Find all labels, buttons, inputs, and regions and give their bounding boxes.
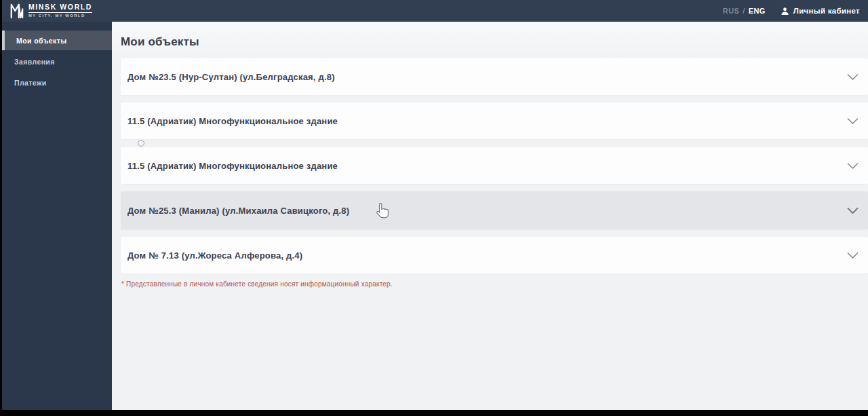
sidebar-item-label: Платежи: [14, 79, 47, 87]
logo-title: MINSK WORLD: [28, 3, 92, 13]
chevron-down-icon[interactable]: [847, 117, 859, 125]
sidebar-item-label: Заявления: [14, 58, 55, 66]
object-accordion-row[interactable]: Дом №23.5 (Нур-Султан) (ул.Белградская, …: [121, 58, 868, 95]
sidebar-nav: Мои объекты Заявления Платежи: [0, 22, 112, 410]
sidebar-item-applications[interactable]: Заявления: [0, 52, 112, 71]
bottom-letterbox-bar: [0, 410, 868, 416]
chevron-down-icon[interactable]: [847, 162, 859, 170]
lang-separator: /: [743, 7, 745, 15]
sidebar-item-label: Мои объекты: [16, 37, 67, 45]
lang-rus-link[interactable]: RUS: [723, 7, 739, 15]
language-switcher: RUS / ENG: [723, 7, 766, 15]
minsk-world-cabinet-page: MINSK WORLD MY CITY. MY WORLD RUS / ENG …: [0, 0, 868, 416]
mw-monogram-icon: [9, 3, 24, 19]
top-header: MINSK WORLD MY CITY. MY WORLD RUS / ENG …: [0, 0, 868, 22]
account-menu[interactable]: Личный кабинет: [781, 7, 860, 16]
object-label: Дом №23.5 (Нур-Султан) (ул.Белградская, …: [127, 72, 335, 82]
object-label: Дом №25.3 (Манила) (ул.Михаила Савицкого…: [127, 206, 349, 216]
user-icon: [781, 7, 789, 16]
header-right-group: RUS / ENG Личный кабинет: [723, 7, 860, 16]
loading-spinner-icon: [138, 140, 144, 147]
left-letterbox-edge: [0, 0, 2, 416]
object-label: 11.5 (Адриатик) Многофункциональное здан…: [127, 161, 338, 171]
lang-eng-link[interactable]: ENG: [749, 7, 766, 15]
account-label: Личный кабинет: [793, 7, 860, 15]
object-accordion-row[interactable]: 11.5 (Адриатик) Многофункциональное здан…: [121, 147, 868, 184]
object-accordion-row[interactable]: 11.5 (Адриатик) Многофункциональное здан…: [121, 102, 868, 139]
object-label: Дом № 7.13 (ул.Жореса Алферова, д.4): [127, 250, 302, 261]
object-label: 11.5 (Адриатик) Многофункциональное здан…: [127, 116, 338, 126]
chevron-down-icon[interactable]: [847, 73, 859, 81]
main-content: Мои объекты Дом №23.5 (Нур-Султан) (ул.Б…: [112, 22, 868, 410]
object-accordion-row-hovered[interactable]: Дом №25.3 (Манила) (ул.Михаила Савицкого…: [121, 191, 868, 229]
logo-subtitle: MY CITY. MY WORLD: [28, 14, 92, 18]
logo-wordmark: MINSK WORLD MY CITY. MY WORLD: [28, 3, 92, 18]
info-footnote: * Представленные в личном кабинете сведе…: [121, 280, 393, 288]
sidebar-item-my-objects[interactable]: Мои объекты: [0, 31, 112, 50]
chevron-down-icon[interactable]: [847, 252, 859, 259]
minsk-world-logo[interactable]: MINSK WORLD MY CITY. MY WORLD: [9, 3, 92, 19]
sidebar-item-payments[interactable]: Платежи: [0, 73, 112, 92]
chevron-down-icon[interactable]: [847, 207, 859, 214]
object-accordion-row[interactable]: Дом № 7.13 (ул.Жореса Алферова, д.4): [121, 237, 868, 273]
page-title: Мои объекты: [121, 35, 199, 49]
